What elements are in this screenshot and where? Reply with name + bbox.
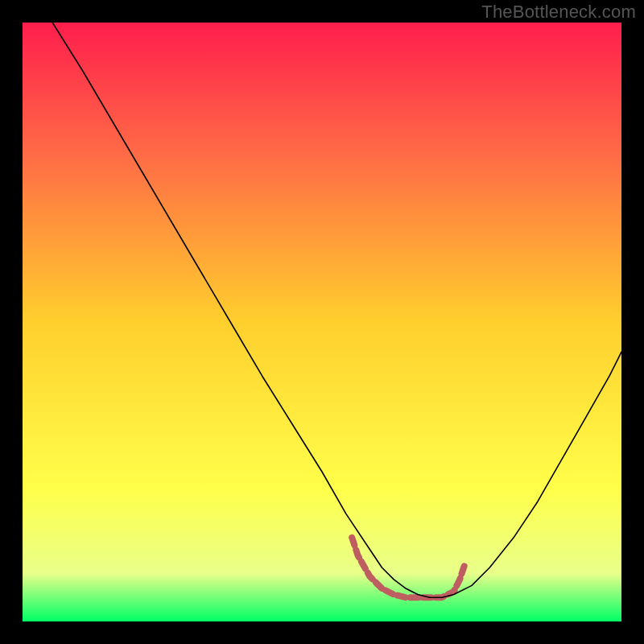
chart-svg <box>23 23 621 621</box>
gradient-background <box>23 23 621 621</box>
watermark-text: TheBottleneck.com <box>481 2 636 23</box>
chart-container: TheBottleneck.com <box>0 0 644 644</box>
plot-area <box>23 23 621 621</box>
